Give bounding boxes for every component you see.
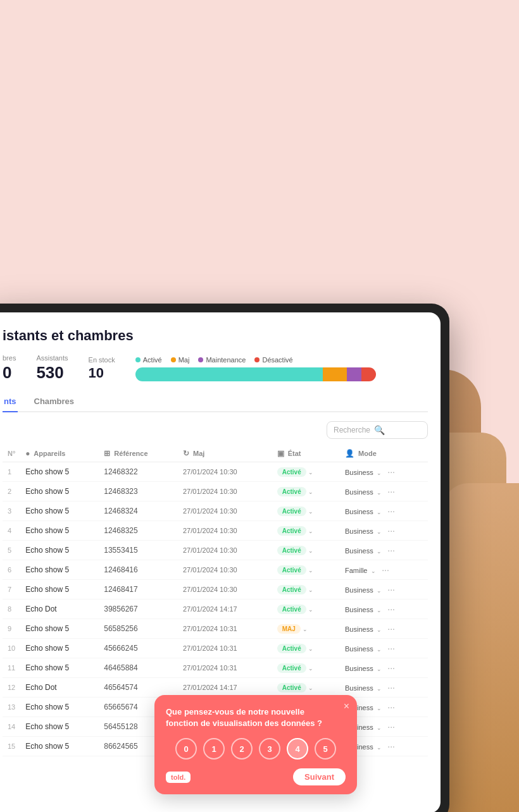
cell-num: 1 — [3, 462, 20, 482]
legend-dot-desactive — [254, 357, 260, 362]
row-options-button[interactable]: ··· — [387, 486, 395, 496]
cell-ref: 13553415 — [99, 541, 178, 560]
cell-etat: Activé ⌄ — [272, 541, 340, 560]
row-options-button[interactable]: ··· — [387, 682, 395, 692]
cell-num: 13 — [3, 698, 20, 717]
chart-legend: Activé Maj Maintenance Désactivé — [135, 356, 428, 364]
mode-chevron[interactable]: ⌄ — [377, 470, 382, 476]
table-row: 4 Echo show 5 12468325 27/01/2024 10:30 … — [3, 521, 428, 541]
legend-active: Activé — [135, 356, 162, 364]
etat-chevron[interactable]: ⌄ — [308, 548, 313, 554]
mode-chevron[interactable]: ⌄ — [377, 489, 382, 496]
mode-chevron[interactable]: ⌄ — [377, 548, 382, 555]
cell-device: Echo show 5 — [20, 737, 99, 756]
row-options-button[interactable]: ··· — [387, 506, 395, 516]
cell-mode: Business ⌄ ··· — [340, 462, 428, 482]
cell-ref: 45666245 — [99, 639, 178, 658]
etat-chevron[interactable]: ⌄ — [308, 528, 313, 534]
row-options-button[interactable]: ··· — [387, 643, 395, 653]
mode-chevron[interactable]: ⌄ — [377, 686, 382, 692]
cell-mode: Business ⌄ ··· — [340, 678, 428, 698]
etat-chevron[interactable]: ⌄ — [308, 665, 313, 672]
etat-chevron[interactable]: ⌄ — [308, 567, 313, 574]
cell-mode: Business ⌄ ··· — [340, 482, 428, 501]
cell-num: 14 — [3, 717, 20, 737]
mode-chevron[interactable]: ⌄ — [377, 607, 382, 613]
rating-option-0[interactable]: 0 — [175, 738, 197, 760]
progress-bar — [135, 367, 376, 381]
popup-question: Que pensez-vous de notre nouvelle foncti… — [166, 706, 346, 729]
mode-chevron[interactable]: ⌄ — [377, 587, 382, 594]
mode-chevron[interactable]: ⌄ — [377, 529, 382, 535]
table-row: 5 Echo show 5 13553415 27/01/2024 10:30 … — [3, 541, 428, 560]
cell-device: Echo Dot — [20, 678, 99, 698]
mode-chevron[interactable]: ⌄ — [377, 509, 382, 515]
mode-label: Business — [345, 508, 373, 515]
mode-chevron[interactable]: ⌄ — [377, 705, 382, 711]
th-mode[interactable]: 👤 Mode — [340, 445, 428, 462]
cell-num: 4 — [3, 521, 20, 541]
etat-chevron[interactable]: ⌄ — [308, 685, 313, 691]
cell-device: Echo show 5 — [20, 521, 99, 541]
cell-num: 8 — [3, 600, 20, 619]
cell-mode: Business ⌄ ··· — [340, 619, 428, 639]
cell-maj: 27/01/2024 10:31 — [178, 658, 272, 678]
bar-maintenance — [347, 367, 361, 381]
cell-ref: 56585256 — [99, 619, 178, 639]
th-etat[interactable]: ▣ État — [272, 445, 340, 462]
cell-maj: 27/01/2024 10:30 — [178, 560, 272, 580]
cell-maj: 27/01/2024 10:30 — [178, 482, 272, 501]
rating-option-5[interactable]: 5 — [315, 738, 336, 760]
search-box[interactable]: Recherche 🔍 — [327, 421, 428, 439]
row-options-button[interactable]: ··· — [387, 545, 395, 555]
mode-chevron[interactable]: ⌄ — [377, 744, 382, 751]
tab-assistants[interactable]: nts — [3, 393, 18, 412]
suivant-button[interactable]: Suivant — [293, 768, 346, 785]
row-options-button[interactable]: ··· — [387, 624, 395, 634]
mode-label: Famille — [345, 567, 367, 574]
search-icon[interactable]: 🔍 — [374, 425, 385, 435]
rating-option-1[interactable]: 1 — [203, 738, 225, 760]
cell-device: Echo Dot — [20, 600, 99, 619]
row-options-button[interactable]: ··· — [387, 467, 395, 477]
mode-chevron[interactable]: ⌄ — [377, 646, 382, 653]
row-options-button[interactable]: ··· — [387, 722, 395, 732]
th-maj[interactable]: ↻ Maj — [178, 445, 272, 462]
cell-device: Echo show 5 — [20, 658, 99, 678]
etat-chevron[interactable]: ⌄ — [308, 646, 313, 652]
etat-chevron[interactable]: ⌄ — [303, 626, 308, 632]
row-options-button[interactable]: ··· — [387, 702, 395, 712]
rating-option-3[interactable]: 3 — [259, 738, 280, 760]
row-options-button[interactable]: ··· — [387, 604, 395, 614]
table-row: 9 Echo show 5 56585256 27/01/2024 10:31 … — [3, 619, 428, 639]
etat-chevron[interactable]: ⌄ — [308, 606, 313, 613]
cell-mode: Business ⌄ ··· — [340, 600, 428, 619]
mode-label: Business — [345, 606, 373, 613]
row-options-button[interactable]: ··· — [387, 526, 395, 536]
cell-etat: Activé ⌄ — [272, 639, 340, 658]
etat-chevron[interactable]: ⌄ — [308, 469, 313, 476]
th-appareils[interactable]: ● Appareils — [20, 445, 99, 462]
mode-chevron[interactable]: ⌄ — [377, 666, 382, 672]
mode-chevron[interactable]: ⌄ — [371, 568, 376, 574]
popup-close-button[interactable]: × — [344, 701, 349, 711]
stat-assistants: Assistants 530 — [36, 354, 68, 383]
etat-chevron[interactable]: ⌄ — [308, 489, 313, 495]
mode-label: Business — [345, 645, 373, 653]
mode-chevron[interactable]: ⌄ — [377, 627, 382, 633]
row-options-button[interactable]: ··· — [387, 663, 395, 673]
status-badge: Activé — [277, 546, 306, 555]
etat-chevron[interactable]: ⌄ — [308, 508, 313, 515]
row-options-button[interactable]: ··· — [382, 565, 389, 575]
cell-etat: Activé ⌄ — [272, 501, 340, 521]
mode-chevron[interactable]: ⌄ — [377, 725, 382, 731]
cell-ref: 46465884 — [99, 658, 178, 678]
row-options-button[interactable]: ··· — [387, 584, 395, 594]
rating-option-4[interactable]: 4 — [287, 738, 308, 760]
cell-num: 10 — [3, 639, 20, 658]
th-reference[interactable]: ⊞ Référence — [99, 445, 178, 462]
tab-chambres[interactable]: Chambres — [33, 393, 76, 412]
etat-chevron[interactable]: ⌄ — [308, 587, 313, 593]
rating-option-2[interactable]: 2 — [231, 738, 253, 760]
row-options-button[interactable]: ··· — [387, 741, 395, 751]
